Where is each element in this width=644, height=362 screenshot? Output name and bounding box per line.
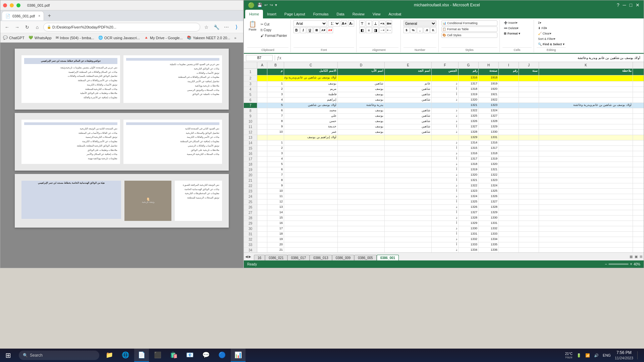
sheet-tab-0386-005[interactable]: 0386_005 — [354, 255, 377, 261]
cell-D1[interactable]: اسم الأب — [338, 69, 385, 75]
extension-button[interactable]: 🔧 — [212, 23, 220, 31]
cell-K2[interactable] — [539, 75, 633, 81]
maximize-excel-button[interactable]: □ — [630, 2, 632, 8]
taskbar-search[interactable]: 🔍 Search — [19, 351, 99, 360]
increase-indent-button[interactable]: ≡→ — [386, 27, 392, 33]
redo-qat-button[interactable]: ↪ — [270, 3, 273, 7]
tab-formulas[interactable]: Formulas — [309, 10, 333, 18]
tab-view[interactable]: View — [369, 10, 385, 18]
formula-input[interactable] — [283, 55, 642, 61]
help-button[interactable]: ? — [617, 2, 620, 8]
cell-reference-box[interactable] — [246, 55, 273, 61]
home-button[interactable]: ⌂ — [33, 23, 41, 31]
bookmark-chatgpt[interactable]: 💬 ChatGPT — [3, 36, 24, 40]
menu-button[interactable]: ⋯ — [222, 23, 230, 31]
cell-I2[interactable] — [499, 75, 519, 81]
font-family-select[interactable]: Arial — [293, 20, 327, 26]
pdf-content[interactable]: حواشي وتعليقات عن السالم خطاط مسجد ابن ج… — [0, 43, 243, 268]
currency-button[interactable]: $ — [404, 27, 410, 33]
bookmark-button[interactable]: ☆ — [202, 23, 210, 31]
sheet-tab-0386-001[interactable]: 0386_001 — [377, 255, 399, 261]
cell-E1[interactable]: اسم الجد — [385, 69, 432, 75]
sheet-tab-0386-009[interactable]: 0386_009 — [332, 255, 355, 261]
find-select-button[interactable]: 🔍 Find & Select▾ — [537, 42, 566, 47]
tab-review[interactable]: Review — [348, 10, 369, 18]
taskbar-app-excel[interactable]: 📊 — [231, 349, 246, 362]
format-cells-button[interactable]: ⊞ Format▾ — [502, 31, 522, 36]
bookmark-yakeen[interactable]: 📚 Yakeen NEET 2.0 20... — [187, 36, 230, 40]
bold-button[interactable]: B — [293, 27, 300, 33]
format-as-table-button[interactable]: 📋 Format as Table — [441, 26, 497, 32]
copy-button[interactable]: ⎘ Copy — [259, 27, 288, 33]
qat-dropdown[interactable]: ▾ — [275, 3, 277, 7]
tab-page-layout[interactable]: Page Layout — [280, 10, 309, 18]
decrease-decimal-button[interactable]: 0. — [430, 27, 436, 33]
sheet-tab-0386-017[interactable]: 0386_017 — [287, 255, 310, 261]
edge-button[interactable]: ⟩ — [232, 23, 240, 31]
taskbar-app-edge[interactable]: 🌐 — [118, 349, 133, 362]
cell-G1[interactable]: رقم — [459, 69, 479, 75]
taskbar-app-store[interactable]: 🛍️ — [166, 349, 181, 362]
view-normal-button[interactable]: ▦ — [630, 255, 633, 258]
cell-E2[interactable] — [385, 75, 432, 81]
back-button[interactable]: ← — [3, 23, 11, 31]
sheet-tab-16[interactable]: 16 — [254, 255, 265, 261]
cell-D2[interactable] — [338, 75, 385, 81]
italic-button[interactable]: I — [300, 27, 306, 33]
maximize-button[interactable] — [16, 3, 20, 7]
taskbar-app-chrome[interactable]: 🔵 — [215, 349, 229, 362]
increase-font-button[interactable]: A+ — [341, 20, 347, 26]
refresh-button[interactable]: ↻ — [23, 23, 31, 31]
conditional-formatting-button[interactable]: 📊 Conditional Formatting — [441, 20, 497, 26]
align-left-button[interactable]: ◧ — [359, 27, 365, 33]
sort-filter-button[interactable]: Sort & Filter▾ — [537, 37, 566, 41]
number-format-select[interactable]: General — [404, 20, 436, 26]
tab-insert[interactable]: Insert — [263, 10, 280, 18]
decrease-indent-button[interactable]: ←≡ — [379, 27, 385, 33]
cell-C2[interactable]: أولاد يوسف بن شاهين بن غانم ويدرية وعائش… — [284, 75, 338, 81]
cell-F1[interactable]: الجنس — [432, 69, 459, 75]
align-center-button[interactable]: ≡ — [366, 27, 372, 33]
system-clock[interactable]: 7:56 PM 11/24/2023 — [615, 350, 633, 361]
align-bottom-button[interactable]: ⊥ — [373, 20, 379, 26]
merge-button[interactable]: ⊞M — [386, 20, 392, 26]
cell-C1[interactable]: الاسم الكامل — [284, 69, 338, 75]
tab-scroll-right[interactable]: ▶ — [249, 255, 251, 258]
more-bookmarks[interactable]: » — [234, 36, 236, 40]
taskbar-app-terminal[interactable]: ⬛ — [150, 349, 165, 362]
comma-button[interactable]: , — [417, 27, 423, 33]
forward-button[interactable]: → — [13, 23, 21, 31]
function-wizard-button[interactable]: ƒx — [277, 56, 281, 60]
view-page-layout-button[interactable]: ▣ — [635, 255, 638, 258]
cell-K1[interactable]: ملاحظة — [539, 69, 633, 75]
cell-B2[interactable] — [267, 75, 284, 81]
tab-scroll-left[interactable]: ◀ — [245, 255, 248, 258]
cell-A1[interactable] — [257, 69, 267, 75]
align-middle-button[interactable]: ≡ — [366, 20, 372, 26]
decrease-font-button[interactable]: A- — [348, 20, 354, 26]
browser-tab-pdf[interactable]: 📄 0386_001.pdf × — [2, 11, 44, 20]
taskbar-app-mail[interactable]: 📧 — [182, 349, 197, 362]
cell-I1[interactable]: رقم — [499, 69, 519, 75]
tab-acrobat[interactable]: Acrobat — [384, 10, 405, 18]
close-button[interactable] — [3, 3, 7, 7]
sheet-tab-0386-013[interactable]: 0386_013 — [310, 255, 332, 261]
delete-cells-button[interactable]: ➖ Delete▾ — [502, 26, 522, 31]
insert-cells-button[interactable]: ➕ Insert▾ — [502, 20, 522, 25]
tab-close-button[interactable]: × — [38, 14, 40, 18]
start-button[interactable]: ⊞ — [0, 349, 16, 362]
new-tab-button[interactable]: + — [45, 11, 54, 20]
minimize-button[interactable] — [10, 3, 14, 7]
clear-button[interactable]: 🧹 Clear▾ — [537, 31, 566, 36]
zoom-out-button[interactable]: − — [605, 262, 607, 266]
align-right-button[interactable]: ◨ — [373, 27, 379, 33]
font-color-button[interactable]: A▾ — [327, 27, 333, 33]
taskbar-app-whatsapp[interactable]: 💬 — [199, 349, 213, 362]
autosum-button[interactable]: Σ▾ — [537, 20, 566, 25]
cell-J2[interactable] — [519, 75, 539, 81]
view-page-break-button[interactable]: ⊞ — [640, 255, 642, 258]
address-bar[interactable]: 🔒 D:/Desktop/Fiverr%20today/PDF%20... — [43, 23, 200, 32]
zoom-in-button[interactable]: + — [630, 262, 632, 266]
tab-home[interactable]: Home — [245, 10, 263, 18]
font-size-select[interactable]: 11 — [328, 20, 340, 26]
